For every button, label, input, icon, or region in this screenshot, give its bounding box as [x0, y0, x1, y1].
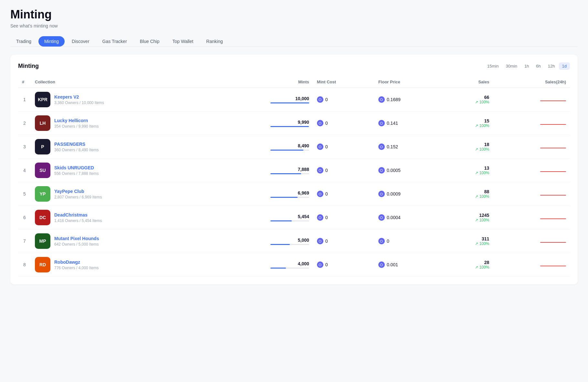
eth-icon: ⬡ — [317, 238, 323, 244]
mint-cost-value: 0 — [325, 191, 328, 196]
collection-name[interactable]: DeadChristmas — [54, 212, 102, 218]
floor-price-value: 0.0004 — [387, 215, 401, 220]
sparkline-chart — [540, 124, 566, 125]
mint-cost-value: 0 — [325, 144, 328, 149]
sales-cell: 15↗ 100% — [443, 111, 493, 135]
eth-icon: ⬡ — [378, 238, 385, 244]
floor-price-value: 0.1689 — [387, 97, 401, 102]
table-row: 8RDRoboDawgz776 Owners / 4,000 Items4,00… — [18, 253, 570, 277]
section-title: Minting — [18, 63, 39, 69]
sales-cell: 311↗ 100% — [443, 229, 493, 253]
collection-cell: DCDeadChristmas1,416 Owners / 5,454 Item… — [31, 206, 207, 229]
collection-meta: 556 Owners / 7,888 Items — [54, 171, 99, 176]
mints-cell: 7,888 — [207, 159, 313, 182]
sales-value: 1245 — [447, 213, 489, 218]
floor-price-cell: ⬡0.1689 — [374, 88, 443, 111]
collection-avatar: DC — [35, 210, 50, 225]
collection-name[interactable]: Mutant Pixel Hounds — [54, 236, 99, 241]
col-sales24h: Sales(24h) — [493, 76, 570, 88]
eth-icon: ⬡ — [378, 96, 385, 103]
eth-icon: ⬡ — [378, 191, 385, 197]
floor-price-value: 0 — [387, 239, 389, 244]
sparkline-chart — [540, 266, 566, 266]
collection-avatar: RD — [35, 257, 50, 272]
collection-name[interactable]: Lucky Hellicorn — [54, 118, 99, 123]
table-row: 4SUSkids UNRUGGED556 Owners / 7,888 Item… — [18, 159, 570, 182]
time-btn-12h[interactable]: 12h — [545, 62, 558, 70]
col-sales: Sales — [443, 76, 493, 88]
sales-percent: ↗ 100% — [447, 123, 489, 128]
sales24h-cell — [493, 182, 570, 206]
collection-cell: LHLucky Hellicorn354 Owners / 9,990 Item… — [31, 111, 207, 135]
collection-name[interactable]: YayPepe Club — [54, 189, 102, 194]
mint-cost-value: 0 — [325, 262, 328, 267]
time-btn-1d[interactable]: 1d — [559, 62, 570, 70]
rank-cell: 8 — [18, 253, 31, 277]
nav-tab-discover[interactable]: Discover — [66, 36, 95, 47]
sales-value: 66 — [447, 95, 489, 100]
time-btn-15min[interactable]: 15min — [484, 62, 502, 70]
table-row: 6DCDeadChristmas1,416 Owners / 5,454 Ite… — [18, 206, 570, 229]
time-btn-30min[interactable]: 30min — [502, 62, 520, 70]
mint-cost-cell: ⬡0 — [313, 229, 374, 253]
col-mints: Mints — [207, 76, 313, 88]
minting-table-wrapper: # Collection Mints Mint Cost Floor Price… — [18, 76, 570, 277]
nav-tab-minting[interactable]: Minting — [38, 36, 65, 47]
time-btn-6h[interactable]: 6h — [533, 62, 544, 70]
eth-icon: ⬡ — [378, 120, 385, 126]
sales-value: 28 — [447, 260, 489, 265]
sales-value: 13 — [447, 165, 489, 171]
collection-avatar: YP — [35, 186, 50, 202]
collection-meta: 642 Owners / 5,000 Items — [54, 242, 99, 247]
eth-icon: ⬡ — [378, 261, 385, 268]
collection-name[interactable]: RoboDawgz — [54, 260, 99, 265]
rank-cell: 1 — [18, 88, 31, 111]
mints-cell: 5,454 — [207, 206, 313, 229]
collection-cell: SUSkids UNRUGGED556 Owners / 7,888 Items — [31, 159, 207, 182]
collection-cell: RDRoboDawgz776 Owners / 4,000 Items — [31, 253, 207, 277]
collection-name[interactable]: Skids UNRUGGED — [54, 165, 99, 170]
nav-tab-top-wallet[interactable]: Top Wallet — [167, 36, 199, 47]
sales-cell: 18↗ 100% — [443, 135, 493, 159]
col-floor-price: Floor Price — [374, 76, 443, 88]
rank-cell: 7 — [18, 229, 31, 253]
mint-cost-value: 0 — [325, 168, 328, 173]
collection-name[interactable]: Keepers V2 — [54, 94, 104, 100]
mints-cell: 4,000 — [207, 253, 313, 277]
rank-cell: 4 — [18, 159, 31, 182]
nav-tab-ranking[interactable]: Ranking — [200, 36, 228, 47]
sparkline-chart — [540, 101, 566, 101]
eth-icon: ⬡ — [317, 167, 323, 174]
sales24h-cell — [493, 88, 570, 111]
nav-tab-trading[interactable]: Trading — [10, 36, 37, 47]
collection-avatar: KPR — [35, 92, 50, 107]
table-row: 3PPASSENGERS360 Owners / 8,490 Items8,49… — [18, 135, 570, 159]
minting-section: Minting 15min30min1h6h12h1d # Collection… — [10, 55, 578, 284]
nav-tab-blue-chip[interactable]: Blue Chip — [134, 36, 165, 47]
floor-price-cell: ⬡0.0009 — [374, 182, 443, 206]
collection-meta: 776 Owners / 4,000 Items — [54, 266, 99, 270]
rank-cell: 3 — [18, 135, 31, 159]
time-btn-1h[interactable]: 1h — [521, 62, 532, 70]
mint-cost-cell: ⬡0 — [313, 111, 374, 135]
rank-cell: 6 — [18, 206, 31, 229]
floor-price-cell: ⬡0.0004 — [374, 206, 443, 229]
col-collection: Collection — [31, 76, 207, 88]
collection-avatar: SU — [35, 163, 50, 178]
floor-price-value: 0.0005 — [387, 168, 401, 173]
sales-percent: ↗ 100% — [447, 218, 489, 222]
page-subtitle: See what's minting now — [10, 23, 578, 28]
sales24h-cell — [493, 206, 570, 229]
eth-icon: ⬡ — [317, 143, 323, 150]
sparkline-chart — [540, 218, 566, 219]
collection-name[interactable]: PASSENGERS — [54, 142, 99, 147]
eth-icon: ⬡ — [378, 167, 385, 174]
col-rank: # — [18, 76, 31, 88]
collection-cell: MPMutant Pixel Hounds642 Owners / 5,000 … — [31, 229, 207, 253]
nav-tab-gas-tracker[interactable]: Gas Tracker — [97, 36, 133, 47]
sales-value: 311 — [447, 236, 489, 241]
sales-cell: 88↗ 100% — [443, 182, 493, 206]
table-row: 1KPRKeepers V23,360 Owners / 10,000 Item… — [18, 88, 570, 111]
sales-cell: 28↗ 100% — [443, 253, 493, 277]
floor-price-value: 0.0009 — [387, 191, 401, 196]
